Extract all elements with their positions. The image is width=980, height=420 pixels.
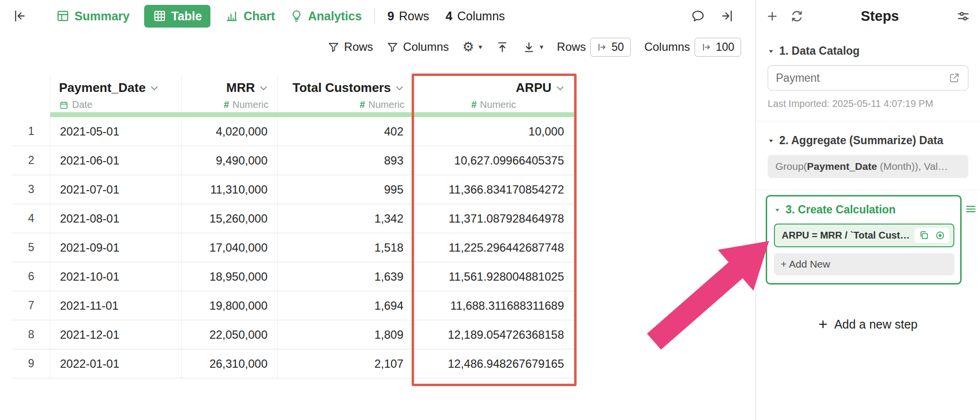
row-number: 6 [13, 262, 50, 291]
add-icon[interactable] [766, 10, 779, 23]
gear-icon: ⚙ [462, 39, 474, 55]
table-toolbar: Rows Columns ⚙ ▾ ▾ Rows 50 Columns [0, 32, 756, 62]
add-new-step-button[interactable]: + Add a new step [756, 316, 980, 332]
cell-payment-date[interactable]: 2021-09-01 [50, 233, 182, 262]
table-row[interactable]: 7 2021-11-01 19,800,000 1,694 11,688.311… [13, 291, 574, 320]
cell-total-customers[interactable]: 1,694 [278, 291, 414, 320]
step-3-title: 3. Create Calculation [786, 203, 896, 216]
sliders-icon[interactable] [956, 9, 970, 23]
column-type: Numeric [480, 99, 516, 110]
data-source-field[interactable]: Payment [768, 65, 968, 90]
chevron-down-icon[interactable] [149, 83, 159, 93]
row-number: 5 [13, 233, 50, 262]
step-2-header[interactable]: 2. Aggregate (Summarize) Data [768, 134, 968, 147]
comment-icon[interactable] [691, 9, 705, 23]
cell-arpu[interactable]: 10,627.09966405375 [414, 146, 574, 175]
cell-total-customers[interactable]: 995 [278, 175, 414, 204]
cell-total-customers[interactable]: 893 [278, 146, 414, 175]
cell-total-customers[interactable]: 1,639 [278, 262, 414, 291]
group-suffix: (Month)), Val… [877, 161, 948, 172]
cell-arpu[interactable]: 11,561.928004881025 [414, 262, 574, 291]
table-row[interactable]: 3 2021-07-01 11,310,000 995 11,366.83417… [13, 175, 574, 204]
column-header-total-customers[interactable]: Total Customers # Numeric [278, 75, 414, 117]
table-row[interactable]: 9 2022-01-01 26,310,000 2,107 12,486.948… [13, 349, 574, 378]
tab-analytics[interactable]: Analytics [290, 9, 362, 23]
cell-mrr[interactable]: 22,050,000 [182, 320, 278, 349]
cell-arpu[interactable]: 11,688.311688311689 [414, 291, 574, 320]
cell-arpu[interactable]: 12,486.948267679165 [414, 349, 574, 378]
cell-total-customers[interactable]: 1,518 [278, 233, 414, 262]
cell-payment-date[interactable]: 2021-11-01 [50, 291, 182, 320]
column-type: Numeric [233, 99, 268, 110]
copy-icon[interactable] [919, 230, 930, 241]
aggregate-summary-pill[interactable]: Group(Payment_Date (Month)), Val… [768, 155, 968, 178]
cell-payment-date[interactable]: 2021-07-01 [50, 175, 182, 204]
cell-payment-date[interactable]: 2021-05-01 [50, 117, 182, 146]
data-source-name: Payment [776, 72, 820, 85]
cell-payment-date[interactable]: 2021-12-01 [50, 320, 182, 349]
cell-arpu[interactable]: 11,366.834170854272 [414, 175, 574, 204]
cell-mrr[interactable]: 17,040,000 [182, 233, 278, 262]
cell-total-customers[interactable]: 2,107 [278, 349, 414, 378]
cell-mrr[interactable]: 18,950,000 [182, 262, 278, 291]
scroll-bottom-button[interactable]: ▾ [522, 41, 544, 54]
cell-total-customers[interactable]: 402 [278, 117, 414, 146]
cell-arpu[interactable]: 11,225.296442687748 [414, 233, 574, 262]
column-header-payment-date[interactable]: Payment_Date Date [50, 75, 182, 117]
settings-menu-button[interactable]: ⚙ ▾ [462, 39, 482, 55]
external-link-icon[interactable] [949, 72, 960, 84]
table-row[interactable]: 8 2021-12-01 22,050,000 1,809 12,189.054… [13, 320, 574, 349]
cell-arpu[interactable]: 12,189.054726368158 [414, 320, 574, 349]
tab-chart[interactable]: Chart [225, 9, 275, 23]
add-new-calculation-button[interactable]: + Add New [774, 253, 954, 275]
chevron-down-icon[interactable] [395, 83, 404, 93]
table-header: Payment_Date Date MRR # Numeric [13, 75, 574, 117]
cell-total-customers[interactable]: 1,342 [278, 204, 414, 233]
step-3-active-box: 3. Create Calculation ARPU = MRR / `Tota… [766, 195, 962, 285]
cell-mrr[interactable]: 11,310,000 [182, 175, 278, 204]
table-row[interactable]: 6 2021-10-01 18,950,000 1,639 11,561.928… [13, 262, 574, 291]
step-1-header[interactable]: 1. Data Catalog [768, 45, 968, 58]
cell-mrr[interactable]: 9,490,000 [182, 146, 278, 175]
column-count: 4 [445, 9, 452, 23]
cell-arpu[interactable]: 11,371.087928464978 [414, 204, 574, 233]
columns-limit-value: 100 [716, 41, 734, 54]
numeric-type-icon: # [223, 99, 229, 110]
step-drag-handle-icon[interactable] [965, 203, 977, 215]
cell-total-customers[interactable]: 1,809 [278, 320, 414, 349]
numeric-type-icon: # [471, 99, 476, 110]
rows-filter-button[interactable]: Rows [327, 40, 373, 54]
cell-payment-date[interactable]: 2021-10-01 [50, 262, 182, 291]
step-3-header[interactable]: 3. Create Calculation [774, 203, 954, 216]
chevron-down-icon[interactable] [259, 83, 268, 93]
collapse-left-icon[interactable] [13, 9, 27, 23]
columns-filter-button[interactable]: Columns [386, 40, 449, 54]
cell-mrr[interactable]: 19,800,000 [182, 291, 278, 320]
cell-mrr[interactable]: 26,310,000 [182, 349, 278, 378]
refresh-icon[interactable] [790, 10, 803, 23]
calculation-formula-pill[interactable]: ARPU = MRR / `Total Cust… [774, 224, 954, 247]
scroll-top-button[interactable] [496, 41, 509, 54]
columns-limit-label: Columns [644, 40, 690, 54]
cell-mrr[interactable]: 4,020,000 [182, 117, 278, 146]
plus-icon: + [818, 316, 828, 332]
toggle-visibility-icon[interactable] [935, 230, 946, 241]
table-row[interactable]: 4 2021-08-01 15,260,000 1,342 11,371.087… [13, 204, 574, 233]
rows-limit-input[interactable]: 50 [590, 38, 631, 57]
cell-arpu[interactable]: 10,000 [414, 117, 574, 146]
column-header-mrr[interactable]: MRR # Numeric [182, 75, 278, 117]
cell-payment-date[interactable]: 2022-01-01 [50, 349, 182, 378]
table-row[interactable]: 2 2021-06-01 9,490,000 893 10,627.099664… [13, 146, 574, 175]
chevron-down-icon[interactable] [555, 83, 565, 93]
tab-summary[interactable]: Summary [56, 9, 130, 23]
cell-payment-date[interactable]: 2021-06-01 [50, 146, 182, 175]
cell-mrr[interactable]: 15,260,000 [182, 204, 278, 233]
collapse-right-icon[interactable] [720, 9, 734, 23]
table-row[interactable]: 5 2021-09-01 17,040,000 1,518 11,225.296… [13, 233, 574, 262]
arrow-down-to-line-icon [522, 41, 535, 54]
cell-payment-date[interactable]: 2021-08-01 [50, 204, 182, 233]
table-row[interactable]: 1 2021-05-01 4,020,000 402 10,000 [13, 117, 574, 146]
columns-limit-input[interactable]: 100 [695, 38, 741, 57]
tab-table[interactable]: Table [144, 5, 210, 28]
column-header-arpu[interactable]: ARPU # Numeric [414, 75, 574, 117]
